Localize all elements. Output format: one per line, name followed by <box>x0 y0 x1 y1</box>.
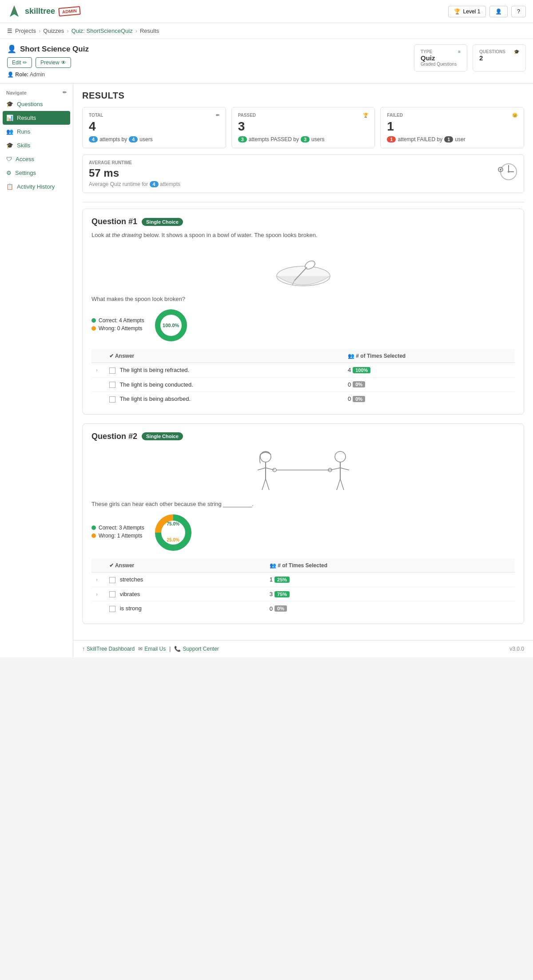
breadcrumb-icon: ☰ <box>7 28 12 34</box>
sidebar-item-runs[interactable]: 👥 Runs <box>0 125 73 138</box>
footer: ↑ SkillTree Dashboard ✉ Email Us | 📞 Sup… <box>73 640 533 657</box>
pct-badge: 0% <box>274 605 287 612</box>
count-badge: 4 100% <box>348 367 370 373</box>
nav-section: Navigate ✏ 🎓 Questions 📊 Results 👥 Runs … <box>0 83 73 197</box>
breadcrumb-quizzes[interactable]: Quizzes <box>43 28 64 34</box>
access-icon: 🛡 <box>6 156 12 162</box>
pct-badge: 0% <box>353 381 365 387</box>
svg-marker-0 <box>10 5 19 17</box>
answer-text: is strong <box>120 605 142 612</box>
correct-dot <box>91 318 96 323</box>
breadcrumb-quiz[interactable]: Quiz: ShortScienceQuiz <box>72 28 133 34</box>
role-line: 👤 Role: Admin <box>7 71 89 78</box>
level-label: Level 1 <box>463 8 481 15</box>
sidebar-item-activity[interactable]: 📋 Activity History <box>0 180 73 194</box>
wrong-dot <box>91 326 96 331</box>
svg-line-28 <box>340 479 344 490</box>
answer-text: stretches <box>120 576 143 583</box>
email-link[interactable]: Email Us <box>144 646 166 652</box>
nav-pencil-icon[interactable]: ✏ <box>63 90 67 95</box>
q1-legend: Correct: 4 Attempts Wrong: 0 Attempts <box>91 317 144 333</box>
breadcrumb-sep3: › <box>135 28 137 34</box>
quiz-actions: Edit ✏ Preview 👁 <box>7 57 89 68</box>
svg-point-6 <box>500 169 501 170</box>
dashboard-link[interactable]: SkillTree Dashboard <box>87 646 135 652</box>
content-area: Navigate ✏ 🎓 Questions 📊 Results 👥 Runs … <box>0 83 533 657</box>
question2-text: These girls can hear each other because … <box>91 500 515 509</box>
skills-icon: 🎓 <box>6 142 13 149</box>
sidebar-item-skills[interactable]: 🎓 Skills <box>0 138 73 152</box>
sidebar-item-questions[interactable]: 🎓 Questions <box>0 97 73 111</box>
question1-answers-table: ✔ Answer 👥 # of Times Selected › The lig… <box>91 349 515 406</box>
table-row: › stretches 1 25% <box>91 573 515 587</box>
runtime-info: AVERAGE RUNTIME 57 ms Average Quiz runti… <box>89 160 180 187</box>
support-link[interactable]: Support Center <box>183 646 219 652</box>
divider1 <box>82 202 524 202</box>
quiz-title: 👤 Short Science Quiz <box>7 44 89 54</box>
logo-text: skilltree <box>25 7 55 16</box>
chevron-icon: › <box>96 367 98 373</box>
pct-badge: 25% <box>274 577 290 583</box>
q2-legend: Correct: 3 Attempts Wrong: 1 Attempts <box>91 525 144 541</box>
answer-text: The light is being absorbed. <box>119 395 191 402</box>
breadcrumb-current: Results <box>140 28 159 34</box>
question1-subtext: What makes the spoon look broken? <box>91 295 515 304</box>
breadcrumb: ☰ Projects › Quizzes › Quiz: ShortScienc… <box>0 23 533 39</box>
count-badge: 1 25% <box>270 576 290 583</box>
edit-button[interactable]: Edit ✏ <box>7 57 32 68</box>
quiz-title-area: 👤 Short Science Quiz Edit ✏ Preview 👁 👤 … <box>7 44 89 78</box>
col-times2: 👥 # of Times Selected <box>265 559 515 573</box>
phone-icon: 📞 <box>174 646 181 652</box>
count-badge: 0 0% <box>348 395 365 402</box>
sidebar-item-access[interactable]: 🛡 Access <box>0 152 73 166</box>
main-content: RESULTS TOTAL ✏ 4 4 attempts by 4 users <box>73 83 533 657</box>
grad-icon: 🎓 <box>514 49 519 54</box>
footer-left: ↑ SkillTree Dashboard ✉ Email Us | 📞 Sup… <box>82 646 219 652</box>
runtime-sub: Average Quiz runtime for 4 attempts <box>89 181 180 187</box>
bowl-image <box>268 245 339 289</box>
q2-donut-top: 75.0% <box>167 522 179 526</box>
answer-checkbox <box>109 368 115 374</box>
sidebar-item-results[interactable]: 📊 Results <box>3 111 70 125</box>
passed-badge: 3 <box>238 136 247 142</box>
email-icon: ✉ <box>138 646 143 652</box>
question2-chart: Correct: 3 Attempts Wrong: 1 Attempts <box>91 513 515 553</box>
total-users-badge: 4 <box>129 136 138 142</box>
answer-checkbox <box>109 577 115 583</box>
breadcrumb-sep1: › <box>39 28 40 34</box>
pct-badge: 100% <box>353 367 370 373</box>
activity-icon: 📋 <box>6 183 13 190</box>
runs-icon: 👥 <box>6 128 13 135</box>
pct-badge: 75% <box>274 591 290 597</box>
user-button[interactable]: 👤 <box>489 6 508 17</box>
chevron-icon3: › <box>96 591 98 597</box>
stat-passed: PASSED 🏆 3 3 attempts PASSED by 3 users <box>231 107 375 148</box>
svg-line-20 <box>266 479 269 490</box>
breadcrumb-projects[interactable]: Projects <box>15 28 36 34</box>
table-row: The light is being absorbed. 0 0% <box>91 392 515 406</box>
answer-checkbox <box>109 382 115 388</box>
sidebar-item-settings[interactable]: ⚙ Settings <box>0 166 73 180</box>
questions-card: QUESTIONS 🎓 2 <box>473 44 526 71</box>
stat-failed: FAILED 😐 1 1 attempt FAILED by 1 user <box>380 107 524 148</box>
level-button[interactable]: 🏆 Level 1 <box>448 6 486 17</box>
table-row: › The light is being refracted. 4 100% <box>91 363 515 378</box>
col-chevron2 <box>91 559 105 573</box>
col-times: 👥 # of Times Selected <box>343 349 515 363</box>
q2-donut-bottom: 25.0% <box>167 537 179 542</box>
runtime-card: AVERAGE RUNTIME 57 ms Average Quiz runti… <box>82 154 524 193</box>
quiz-title-icon: 👤 <box>7 44 16 54</box>
svg-point-4 <box>508 171 509 173</box>
svg-line-25 <box>340 468 349 470</box>
string-image <box>252 446 354 494</box>
table-row: is strong 0 0% <box>91 601 515 616</box>
q2-donut: 75.0% 25.0% <box>153 513 193 553</box>
answer-text: vibrates <box>120 591 140 597</box>
help-button[interactable]: ? <box>511 6 526 17</box>
trophy-icon: 🏆 <box>454 8 461 15</box>
preview-button[interactable]: Preview 👁 <box>36 57 71 68</box>
pencil-icon: ✏ <box>216 113 219 118</box>
svg-line-19 <box>262 479 266 490</box>
app-header: skilltree ADMIN 🏆 Level 1 👤 ? <box>0 0 533 23</box>
question2-section: Question #2 Single Choice <box>82 423 524 624</box>
